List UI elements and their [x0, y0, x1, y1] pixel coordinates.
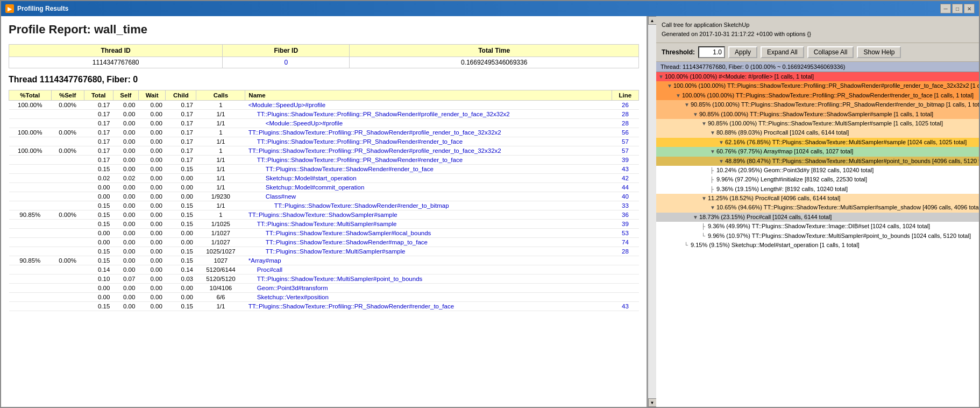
table-cell[interactable]: TT::Plugins::ShadowTexture::ShadowSample…: [245, 229, 612, 238]
method-link[interactable]: Geom::Point3d#transform: [257, 285, 328, 291]
table-cell[interactable]: TT::Plugins::ShadowTexture::ShadowSample…: [245, 210, 612, 220]
tree-toggle[interactable]: ▼: [658, 73, 665, 81]
table-cell[interactable]: 26: [612, 101, 638, 110]
tree-toggle[interactable]: ▼: [701, 120, 708, 128]
tree-toggle[interactable]: ├: [710, 186, 716, 193]
tree-toggle[interactable]: ▼: [710, 129, 716, 137]
left-scrollbar[interactable]: ▲ ▼: [648, 16, 656, 407]
line-link[interactable]: 74: [622, 239, 629, 245]
minimize-btn[interactable]: ─: [940, 4, 951, 13]
method-link[interactable]: TT::Plugins::ShadowTexture::ShadowSample…: [266, 230, 431, 236]
table-cell[interactable]: 56: [612, 128, 638, 137]
tree-item[interactable]: ▼ 90.85% (100.00%) TT::Plugins::ShadowTe…: [656, 110, 979, 119]
line-link[interactable]: 53: [622, 230, 629, 236]
line-link[interactable]: 43: [622, 303, 629, 309]
table-cell[interactable]: <Module::SpeedUp>#profile: [245, 119, 612, 128]
method-link[interactable]: TT::Plugins::ShadowTexture::Profiling::P…: [257, 157, 463, 163]
table-cell[interactable]: 28: [612, 119, 638, 128]
close-btn[interactable]: ✕: [964, 4, 975, 13]
table-cell[interactable]: TT::Plugins::ShadowTexture::Profiling::P…: [245, 137, 612, 146]
table-cell[interactable]: 74: [612, 238, 638, 247]
method-link[interactable]: Proc#call: [257, 266, 282, 273]
tree-item[interactable]: ├ 9.96% (97.20%) Length#initialize [8192…: [656, 175, 979, 184]
table-cell[interactable]: TT::Plugins::ShadowTexture::Profiling::P…: [245, 110, 612, 119]
call-tree-container[interactable]: ▼ 100.00% (100.00%) #<Module: #/profile>…: [656, 72, 979, 407]
tree-toggle[interactable]: ▼: [710, 204, 716, 212]
line-link[interactable]: 26: [622, 102, 629, 108]
line-link[interactable]: 28: [622, 111, 629, 117]
line-link[interactable]: 39: [622, 157, 629, 163]
tree-toggle[interactable]: ▼: [719, 158, 725, 165]
tree-item[interactable]: ▼ 100.00% (100.00%) TT::Plugins::ShadowT…: [656, 81, 979, 90]
table-cell[interactable]: Sketchup::Model#commit_operation: [245, 183, 612, 192]
table-cell[interactable]: 42: [612, 174, 638, 183]
table-cell[interactable]: 57: [612, 146, 638, 156]
threshold-input[interactable]: [698, 46, 725, 58]
tree-item[interactable]: ▼ 90.85% (100.00%) TT::Plugins::ShadowTe…: [656, 119, 979, 128]
tree-toggle[interactable]: ├: [710, 176, 716, 184]
table-cell[interactable]: Sketchup::Model#start_operation: [245, 174, 612, 183]
tree-toggle[interactable]: ▼: [693, 111, 699, 118]
tree-item[interactable]: ▼ 80.88% (89.03%) Proc#call [1024 calls,…: [656, 128, 979, 137]
method-link[interactable]: Sketchup::Model#commit_operation: [266, 184, 364, 191]
table-cell[interactable]: 39: [612, 156, 638, 165]
table-cell[interactable]: TT::Plugins::ShadowTexture::Profiling::P…: [245, 156, 612, 165]
table-cell[interactable]: Class#new: [245, 192, 612, 201]
scroll-track[interactable]: [648, 25, 656, 398]
tree-toggle[interactable]: ▼: [719, 139, 725, 146]
tree-toggle[interactable]: ▼: [676, 92, 682, 100]
table-cell[interactable]: TT::Plugins::ShadowTexture::ShadowRender…: [245, 238, 612, 247]
table-cell[interactable]: 44: [612, 183, 638, 192]
table-cell[interactable]: 36: [612, 210, 638, 220]
table-cell[interactable]: 33: [612, 201, 638, 210]
method-link[interactable]: TT::Plugins::ShadowTexture::ShadowSample…: [248, 212, 397, 218]
method-link[interactable]: *Array#map: [248, 257, 281, 264]
line-link[interactable]: 36: [622, 212, 629, 218]
method-link[interactable]: TT::Plugins::ShadowTexture::Profiling::P…: [248, 129, 501, 136]
tree-toggle[interactable]: ├: [701, 223, 708, 230]
table-cell[interactable]: 53: [612, 229, 638, 238]
expand-all-button[interactable]: Expand All: [761, 46, 804, 58]
table-cell[interactable]: Sketchup::Vertex#position: [245, 293, 612, 302]
method-link[interactable]: TT::Plugins::ShadowTexture::Profiling::P…: [248, 303, 454, 309]
table-cell[interactable]: TT::Plugins::ShadowTexture::Profiling::P…: [245, 302, 612, 311]
method-link[interactable]: Sketchup::Model#start_operation: [266, 175, 357, 181]
method-link[interactable]: TT::Plugins::ShadowTexture::Profiling::P…: [248, 147, 501, 154]
table-cell[interactable]: 39: [612, 220, 638, 229]
line-link[interactable]: 40: [622, 193, 629, 200]
method-link[interactable]: TT::Plugins::ShadowTexture::MultiSampler…: [266, 248, 406, 255]
tree-item[interactable]: ▼ 60.76% (97.75%) Array#map [1024 calls,…: [656, 147, 979, 156]
method-link[interactable]: <Module::SpeedUp>#profile: [248, 102, 325, 108]
tree-item[interactable]: ▼ 100.00% (100.00%) #<Module: #/profile>…: [656, 72, 979, 81]
tree-toggle[interactable]: ▼: [701, 195, 708, 202]
tree-toggle[interactable]: ├: [710, 167, 716, 174]
line-link[interactable]: 56: [622, 129, 629, 136]
tree-item[interactable]: ▼ 62.16% (76.85%) TT::Plugins::ShadowTex…: [656, 138, 979, 147]
line-link[interactable]: 43: [622, 166, 629, 172]
tree-item[interactable]: ▼ 100.00% (100.00%) TT::Plugins::ShadowT…: [656, 91, 979, 100]
tree-toggle[interactable]: ▼: [710, 148, 716, 156]
table-cell[interactable]: 28: [612, 110, 638, 119]
table-cell[interactable]: 57: [612, 137, 638, 146]
maximize-btn[interactable]: □: [952, 4, 963, 13]
method-link[interactable]: TT::Plugins::ShadowTexture::MultiSampler…: [257, 276, 422, 282]
table-cell[interactable]: TT::Plugins::ShadowTexture::ShadowRender…: [245, 201, 612, 210]
method-link[interactable]: TT::Plugins::ShadowTexture::ShadowRender…: [274, 202, 449, 209]
tree-item[interactable]: ├ 9.36% (49.99%) TT::Plugins::ShadowText…: [656, 222, 979, 231]
line-link[interactable]: 28: [622, 248, 629, 255]
table-cell[interactable]: Proc#call: [245, 265, 612, 275]
table-cell[interactable]: 28: [612, 247, 638, 256]
table-cell[interactable]: Geom::Point3d#transform: [245, 284, 612, 293]
line-link[interactable]: 28: [622, 120, 629, 126]
line-link[interactable]: 39: [622, 221, 629, 227]
method-link[interactable]: TT::Plugins::ShadowTexture::MultiSampler…: [257, 221, 397, 227]
fiber-link[interactable]: 0: [284, 59, 288, 66]
tree-item[interactable]: ▼ 11.25% (18.52%) Proc#call [4096 calls,…: [656, 194, 979, 203]
apply-button[interactable]: Apply: [728, 46, 757, 58]
tree-toggle[interactable]: └: [684, 242, 691, 249]
table-cell[interactable]: TT::Plugins::ShadowTexture::ShadowRender…: [245, 165, 612, 174]
scroll-down-btn[interactable]: ▼: [648, 398, 657, 407]
method-link[interactable]: TT::Plugins::ShadowTexture::Profiling::P…: [257, 111, 510, 117]
table-cell[interactable]: TT::Plugins::ShadowTexture::MultiSampler…: [245, 247, 612, 256]
tree-item[interactable]: ▼ 90.85% (100.00%) TT::Plugins::ShadowTe…: [656, 100, 979, 109]
